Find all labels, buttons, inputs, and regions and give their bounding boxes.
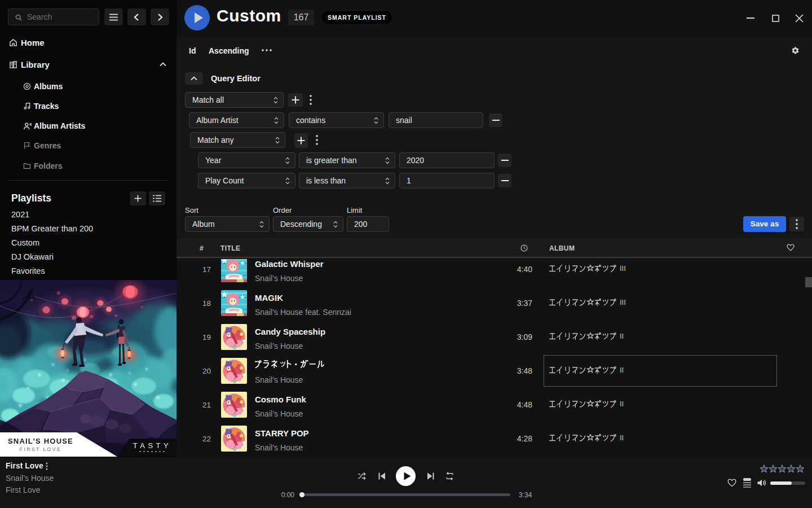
- svg-text:FIRST LOVE: FIRST LOVE: [20, 446, 61, 452]
- svg-text:III: III: [620, 265, 626, 273]
- svg-text:II: II: [620, 400, 624, 408]
- svg-text:II: II: [620, 366, 624, 374]
- svg-text:TASTY: TASTY: [133, 441, 171, 450]
- svg-text:III: III: [620, 299, 626, 306]
- svg-text:SNAIL’S HOUSE: SNAIL’S HOUSE: [8, 437, 73, 445]
- svg-text:II: II: [620, 434, 624, 442]
- svg-text:II: II: [620, 332, 624, 340]
